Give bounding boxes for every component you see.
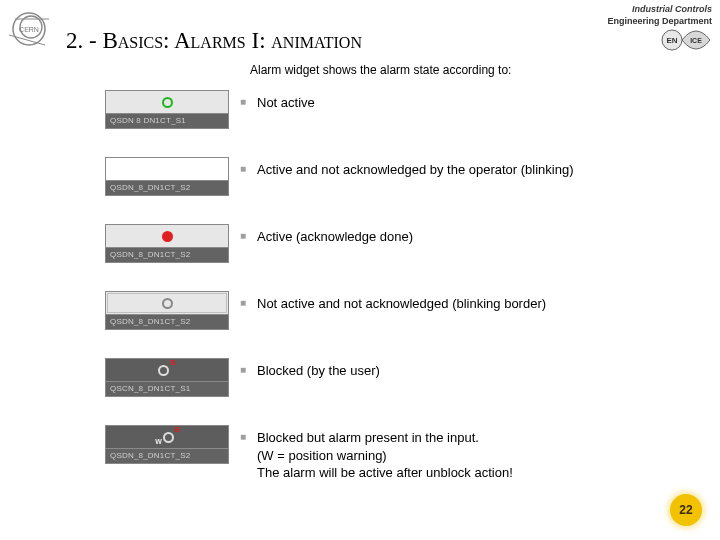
bullet-icon: ■ [229, 358, 257, 375]
status-circle-icon [162, 97, 173, 108]
alarm-widget: QSDN_8_DN1CT_S2 [105, 291, 229, 330]
sup-b-icon: B [170, 359, 175, 366]
sup-w-icon: W [155, 438, 162, 445]
item-description: Not active and not acknowledged (blinkin… [257, 291, 695, 313]
status-circle-icon [158, 365, 169, 376]
header-department: Industrial Controls Engineering Departme… [607, 4, 712, 27]
status-circle-icon [163, 432, 174, 443]
page-number-badge: 22 [670, 494, 702, 526]
widget-label: QSDN_8_DN1CT_S2 [106, 247, 228, 262]
alarm-widget: QSDN 8 DN1CT_S1 [105, 90, 229, 129]
bullet-icon: ■ [229, 291, 257, 308]
item-description: Active (acknowledge done) [257, 224, 695, 246]
widget-label: QSDN 8 DN1CT_S1 [106, 113, 228, 128]
widget-label: QSDN_8_DN1CT_S2 [106, 448, 228, 463]
list-item: QSDN 8 DN1CT_S1 ■ Not active [105, 90, 695, 129]
list-item: QSDN_8_DN1CT_S2 ■ Active (acknowledge do… [105, 224, 695, 263]
cern-logo-icon: CERN [5, 5, 53, 53]
item-description: Blocked but alarm present in the input. … [257, 425, 695, 482]
bullet-icon: ■ [229, 425, 257, 442]
list-item: QSDN_8_DN1CT_S2 ■ Active and not acknowl… [105, 157, 695, 196]
item-description: Active and not acknowledged by the opera… [257, 157, 695, 179]
list-item: QSDN_8_DN1CT_S2 ■ Not active and not ack… [105, 291, 695, 330]
list-item: W B QSDN_8_DN1CT_S2 ■ Blocked but alarm … [105, 425, 695, 482]
status-circle-icon [162, 231, 173, 242]
alarm-widget: B QSCN_8_DN1CT_S1 [105, 358, 229, 397]
alarm-widget: QSDN_8_DN1CT_S2 [105, 157, 229, 196]
alarm-widget: QSDN_8_DN1CT_S2 [105, 224, 229, 263]
widget-label: QSDN_8_DN1CT_S2 [106, 180, 228, 195]
status-circle-icon [162, 298, 173, 309]
svg-text:ICE: ICE [690, 37, 702, 44]
page-subtitle: Alarm widget shows the alarm state accor… [250, 63, 511, 77]
widget-label: QSDN_8_DN1CT_S2 [106, 314, 228, 329]
svg-text:EN: EN [666, 36, 677, 45]
item-description: Blocked (by the user) [257, 358, 695, 380]
sup-b-icon: B [175, 426, 180, 433]
page-title: 2. - Basics: Alarms I: animation [66, 28, 362, 54]
svg-text:CERN: CERN [19, 26, 39, 33]
bullet-icon: ■ [229, 90, 257, 107]
bullet-icon: ■ [229, 157, 257, 174]
content-list: QSDN 8 DN1CT_S1 ■ Not active QSDN_8_DN1C… [105, 90, 695, 482]
enice-logo-icon: EN ICE [660, 28, 712, 52]
bullet-icon: ■ [229, 224, 257, 241]
widget-label: QSCN_8_DN1CT_S1 [106, 381, 228, 396]
alarm-widget: W B QSDN_8_DN1CT_S2 [105, 425, 229, 464]
list-item: B QSCN_8_DN1CT_S1 ■ Blocked (by the user… [105, 358, 695, 397]
item-description: Not active [257, 90, 695, 112]
